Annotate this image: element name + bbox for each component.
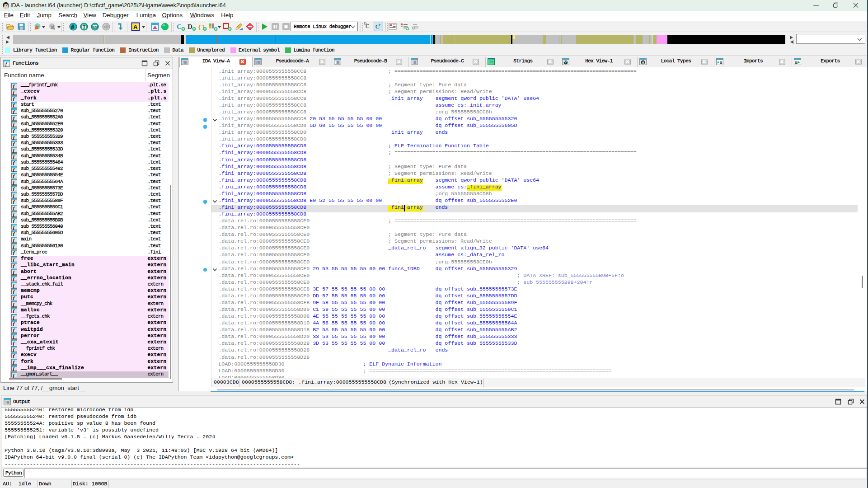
- svg-text:T: T: [83, 24, 86, 29]
- svg-text:0: 0: [642, 61, 644, 65]
- svg-text:D: D: [188, 23, 192, 30]
- svg-text:C: C: [177, 23, 182, 30]
- svg-text:KOI: KOI: [93, 26, 98, 28]
- svg-text:A: A: [133, 23, 138, 30]
- svg-text:“: “: [492, 60, 494, 65]
- svg-text:#: #: [71, 24, 75, 30]
